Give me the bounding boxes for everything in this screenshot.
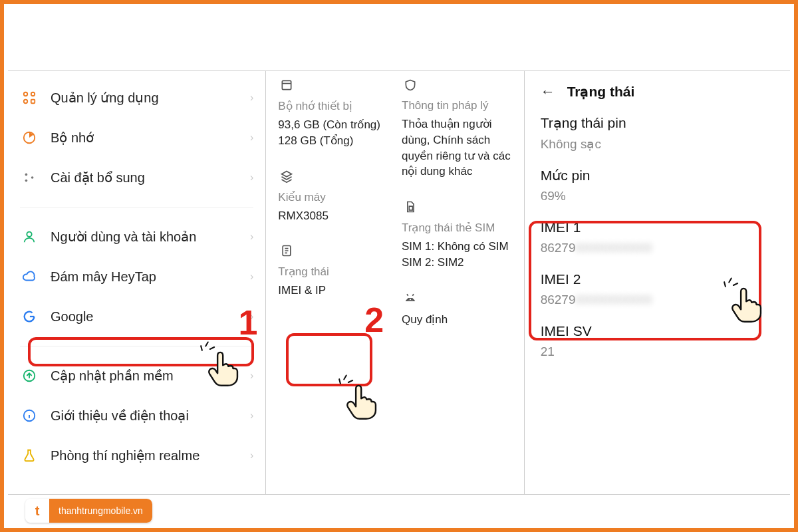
settings-item-apps[interactable]: Quản lý ứng dụng› — [20, 78, 253, 118]
chevron-right-icon: › — [250, 370, 253, 382]
users-icon — [20, 227, 39, 246]
imeisv-value: 21 — [541, 344, 774, 359]
settings-item-label: Quản lý ứng dụng — [39, 90, 250, 106]
svg-point-8 — [27, 232, 31, 237]
svg-point-1 — [31, 92, 35, 96]
status-header: ← Trạng thái — [541, 78, 774, 115]
imeisv-label: IMEI SV — [541, 323, 774, 339]
chevron-right-icon: › — [250, 271, 253, 283]
about-card-value: RMX3085 — [278, 208, 388, 224]
sim-icon — [402, 198, 419, 215]
battery-level-row[interactable]: Mức pin 69% — [541, 168, 774, 203]
about-card-value: IMEI & IP — [278, 283, 388, 299]
settings-item-google[interactable]: Google› — [20, 297, 253, 336]
status-icon — [278, 242, 295, 259]
settings-item-lab[interactable]: Phòng thí nghiệm realme› — [20, 436, 253, 475]
extra-icon — [20, 168, 39, 187]
battery-level-label: Mức pin — [541, 168, 774, 184]
about-card-model[interactable]: Kiểu máyRMX3085 — [278, 162, 388, 224]
settings-item-label: Cập nhật phần mềm — [39, 368, 250, 384]
about-card-value: SIM 1: Không có SIM SIM 2: SIM2 — [402, 239, 512, 271]
svg-point-6 — [25, 180, 28, 182]
about-panel: Bộ nhớ thiết bị93,6 GB (Còn trống) 128 G… — [265, 71, 523, 494]
about-card-value: 93,6 GB (Còn trống) 128 GB (Tổng) — [278, 117, 388, 149]
settings-item-label: Bộ nhớ — [39, 130, 250, 146]
settings-panel: Quản lý ứng dụng›Bộ nhớ›Cài đặt bổ sung›… — [8, 71, 265, 494]
memory-icon — [20, 128, 39, 147]
about-card-reg[interactable]: Quy định — [402, 284, 512, 328]
settings-item-label: Cài đặt bổ sung — [39, 170, 250, 186]
svg-point-5 — [25, 174, 28, 176]
highlight-box-2 — [286, 333, 372, 386]
imei2-row[interactable]: IMEI 2 862790000000000 — [541, 271, 774, 307]
battery-status-value: Không sạc — [541, 136, 774, 152]
chevron-right-icon: › — [250, 450, 253, 462]
divider — [20, 207, 253, 207]
imeisv-row[interactable]: IMEI SV 21 — [541, 323, 774, 359]
pointer-hand-icon — [344, 382, 379, 421]
chevron-right-icon: › — [250, 132, 253, 144]
watermark-badge: t thanhtrungmobile.vn — [25, 499, 152, 523]
about-card-title: Kiểu máy — [278, 190, 388, 204]
about-card-value: Thỏa thuận người dùng, Chính sách quyền … — [402, 116, 512, 180]
svg-rect-13 — [409, 206, 412, 210]
about-card-legal[interactable]: Thông tin pháp lýThỏa thuận người dùng, … — [402, 71, 512, 180]
imei2-label: IMEI 2 — [541, 271, 774, 287]
apps-icon — [20, 88, 39, 107]
svg-rect-3 — [31, 100, 35, 104]
settings-item-about[interactable]: Giới thiệu về điện thoại› — [20, 396, 253, 436]
settings-item-heytap[interactable]: Đám mây HeyTap› — [20, 257, 253, 297]
google-icon — [20, 307, 39, 326]
about-card-title: Bộ nhớ thiết bị — [278, 99, 388, 113]
about-card-status[interactable]: Trạng tháiIMEI & IP — [278, 237, 388, 299]
svg-point-7 — [31, 176, 34, 179]
watermark-logo-icon: t — [25, 499, 49, 523]
settings-item-extra[interactable]: Cài đặt bổ sung› — [20, 158, 253, 198]
settings-item-update[interactable]: Cập nhật phần mềm› — [20, 356, 253, 396]
chevron-right-icon: › — [250, 231, 253, 243]
svg-point-2 — [24, 100, 28, 104]
panels-row: Quản lý ứng dụng›Bộ nhớ›Cài đặt bổ sung›… — [8, 70, 790, 495]
settings-item-label: Google — [39, 309, 250, 325]
svg-rect-11 — [283, 80, 291, 89]
update-icon — [20, 366, 39, 385]
tap-sparkle-icon — [335, 374, 352, 392]
imei1-label: IMEI 1 — [541, 219, 774, 235]
imei1-value: 862790000000000 — [541, 241, 774, 255]
svg-point-14 — [408, 299, 410, 300]
settings-item-label: Người dùng và tài khoản — [39, 229, 250, 245]
chevron-right-icon: › — [250, 172, 253, 184]
about-card-title: Trạng thái thẻ SIM — [402, 221, 512, 235]
svg-point-0 — [24, 92, 28, 96]
storage-icon — [278, 76, 295, 94]
status-panel: ← Trạng thái Trạng thái pin Không sạc Mứ… — [524, 71, 790, 494]
battery-level-value: 69% — [541, 189, 774, 203]
battery-status-row[interactable]: Trạng thái pin Không sạc — [541, 115, 774, 152]
divider — [20, 346, 253, 346]
tutorial-frame: Quản lý ứng dụng›Bộ nhớ›Cài đặt bổ sung›… — [0, 0, 798, 532]
settings-item-label: Đám mây HeyTap — [39, 269, 250, 285]
about-card-value: Quy định — [402, 312, 512, 328]
lab-icon — [20, 446, 39, 465]
watermark-text: thanhtrungmobile.vn — [49, 499, 152, 523]
about-card-storage[interactable]: Bộ nhớ thiết bị93,6 GB (Còn trống) 128 G… — [278, 71, 388, 149]
back-arrow-icon[interactable]: ← — [541, 83, 555, 100]
reg-icon — [402, 289, 419, 307]
model-icon — [278, 168, 295, 185]
settings-item-memory[interactable]: Bộ nhớ› — [20, 118, 253, 158]
about-card-title: Thông tin pháp lý — [402, 99, 512, 112]
step-number-2: 2 — [364, 300, 384, 340]
about-card-title: Trạng thái — [278, 265, 388, 279]
settings-item-label: Giới thiệu về điện thoại — [39, 408, 250, 424]
about-card-sim[interactable]: Trạng thái thẻ SIMSIM 1: Không có SIM SI… — [402, 193, 512, 271]
step-number-1: 1 — [238, 303, 257, 342]
about-icon — [20, 406, 39, 425]
imei2-value: 862790000000000 — [541, 293, 774, 307]
legal-icon — [402, 76, 419, 94]
settings-item-users[interactable]: Người dùng và tài khoản› — [20, 217, 253, 257]
heytap-icon — [20, 267, 39, 286]
settings-item-label: Phòng thí nghiệm realme — [39, 448, 250, 464]
chevron-right-icon: › — [250, 92, 253, 104]
battery-status-label: Trạng thái pin — [541, 115, 774, 131]
imei1-row[interactable]: IMEI 1 862790000000000 — [541, 219, 774, 255]
